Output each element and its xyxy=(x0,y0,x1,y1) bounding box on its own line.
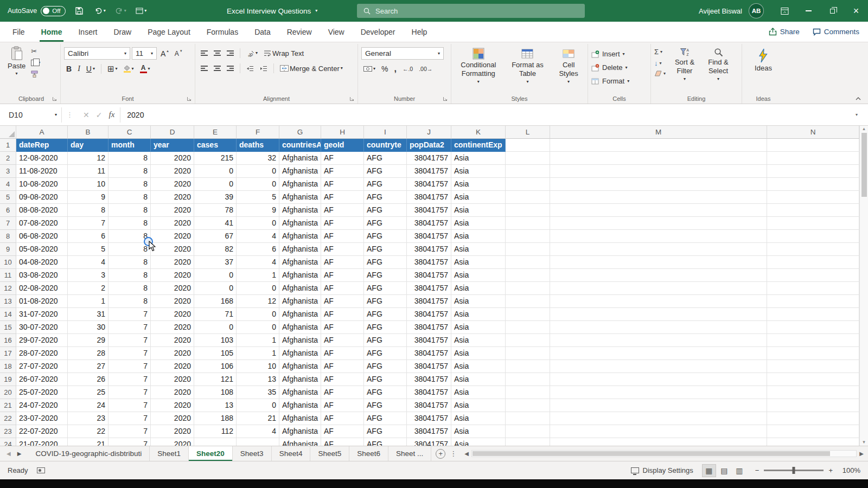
cell-C11[interactable]: 8 xyxy=(108,269,151,282)
cell-N8[interactable] xyxy=(767,230,859,243)
cell-K10[interactable]: Asia xyxy=(451,256,506,269)
cell-C20[interactable]: 7 xyxy=(108,386,151,399)
cell-M7[interactable] xyxy=(550,217,767,230)
restore-button[interactable] xyxy=(820,0,844,22)
cell-D6[interactable]: 2020 xyxy=(151,204,194,217)
cell-F8[interactable]: 4 xyxy=(237,230,279,243)
cell-M6[interactable] xyxy=(550,204,767,217)
cell-I4[interactable]: AFG xyxy=(364,178,407,191)
cell-I9[interactable]: AFG xyxy=(364,243,407,256)
cell-E21[interactable]: 13 xyxy=(194,399,237,412)
cell-D9[interactable]: 2020 xyxy=(151,243,194,256)
orientation-button[interactable]: ab▾ xyxy=(244,47,260,59)
cell-J20[interactable]: 38041757 xyxy=(407,386,451,399)
cell-G17[interactable]: Afghanista xyxy=(279,347,321,360)
cell-A4[interactable]: 10-08-2020 xyxy=(16,178,68,191)
sort-filter-button[interactable]: AZ Sort & Filter ▾ xyxy=(670,47,699,93)
cell-D14[interactable]: 2020 xyxy=(151,308,194,321)
cell-E4[interactable]: 0 xyxy=(194,178,237,191)
row-header-23[interactable]: 23 xyxy=(0,425,16,438)
cell-K24[interactable]: Asia xyxy=(451,438,506,446)
cell-E10[interactable]: 37 xyxy=(194,256,237,269)
cell-F15[interactable]: 0 xyxy=(237,321,279,334)
cell-A1[interactable]: dateRep xyxy=(16,139,68,152)
cell-N21[interactable] xyxy=(767,399,859,412)
cell-A16[interactable]: 29-07-2020 xyxy=(16,334,68,347)
cell-E15[interactable]: 0 xyxy=(194,321,237,334)
row-header-9[interactable]: 9 xyxy=(0,243,16,256)
cell-D2[interactable]: 2020 xyxy=(151,152,194,165)
cell-N19[interactable] xyxy=(767,373,859,386)
cell-I17[interactable]: AFG xyxy=(364,347,407,360)
cell-C13[interactable]: 8 xyxy=(108,295,151,308)
cell-E19[interactable]: 121 xyxy=(194,373,237,386)
cell-E14[interactable]: 71 xyxy=(194,308,237,321)
cell-B23[interactable]: 22 xyxy=(68,425,108,438)
insert-cells-button[interactable]: Insert▾ xyxy=(591,48,647,60)
cell-B1[interactable]: day xyxy=(68,139,108,152)
merge-center-button[interactable]: Merge & Center▾ xyxy=(278,62,345,74)
sheet-tab-sheet3[interactable]: Sheet3 xyxy=(233,446,272,461)
row-header-19[interactable]: 19 xyxy=(0,373,16,386)
cell-K12[interactable]: Asia xyxy=(451,282,506,295)
cell-B10[interactable]: 4 xyxy=(68,256,108,269)
cell-A11[interactable]: 03-08-2020 xyxy=(16,269,68,282)
cell-B4[interactable]: 10 xyxy=(68,178,108,191)
cell-H1[interactable]: geoId xyxy=(321,139,364,152)
cell-N6[interactable] xyxy=(767,204,859,217)
cell-K6[interactable]: Asia xyxy=(451,204,506,217)
cell-G11[interactable]: Afghanista xyxy=(279,269,321,282)
cell-B16[interactable]: 29 xyxy=(68,334,108,347)
close-button[interactable]: × xyxy=(844,0,868,22)
sheet-tab-sheet1[interactable]: Sheet1 xyxy=(150,446,189,461)
cell-K22[interactable]: Asia xyxy=(451,412,506,425)
tab-help[interactable]: Help xyxy=(404,22,436,42)
cell-C6[interactable]: 8 xyxy=(108,204,151,217)
cell-H20[interactable]: AF xyxy=(321,386,364,399)
cell-E22[interactable]: 188 xyxy=(194,412,237,425)
cell-C17[interactable]: 7 xyxy=(108,347,151,360)
fill-button[interactable]: ↓▾ xyxy=(654,59,666,67)
cell-L21[interactable] xyxy=(506,399,550,412)
cell-M2[interactable] xyxy=(550,152,767,165)
cell-I6[interactable]: AFG xyxy=(364,204,407,217)
column-header-L[interactable]: L xyxy=(506,126,550,139)
cell-F13[interactable]: 12 xyxy=(237,295,279,308)
cell-L15[interactable] xyxy=(506,321,550,334)
cell-I1[interactable]: countryte xyxy=(364,139,407,152)
cell-L12[interactable] xyxy=(506,282,550,295)
cell-A18[interactable]: 27-07-2020 xyxy=(16,360,68,373)
cell-F17[interactable]: 1 xyxy=(237,347,279,360)
cell-J13[interactable]: 38041757 xyxy=(407,295,451,308)
column-header-C[interactable]: C xyxy=(108,126,151,139)
horizontal-scrollbar[interactable]: ◀ ▶ xyxy=(460,446,868,461)
cell-M1[interactable] xyxy=(550,139,767,152)
cell-B14[interactable]: 31 xyxy=(68,308,108,321)
row-header-7[interactable]: 7 xyxy=(0,217,16,230)
cell-A8[interactable]: 06-08-2020 xyxy=(16,230,68,243)
cell-E12[interactable]: 0 xyxy=(194,282,237,295)
ideas-button[interactable]: Ideas xyxy=(752,47,774,93)
cell-N3[interactable] xyxy=(767,165,859,178)
scroll-right-icon[interactable]: ▶ xyxy=(859,451,864,457)
cell-E11[interactable]: 0 xyxy=(194,269,237,282)
cell-D18[interactable]: 2020 xyxy=(151,360,194,373)
page-layout-view-button[interactable]: ▤ xyxy=(717,464,731,477)
cell-D13[interactable]: 2020 xyxy=(151,295,194,308)
undo-button[interactable]: ▾ xyxy=(93,3,107,19)
cell-M22[interactable] xyxy=(550,412,767,425)
cell-D11[interactable]: 2020 xyxy=(151,269,194,282)
cell-L16[interactable] xyxy=(506,334,550,347)
formula-input[interactable]: 2020 xyxy=(120,107,850,123)
cell-K4[interactable]: Asia xyxy=(451,178,506,191)
autosum-button[interactable]: Σ▾ xyxy=(654,48,666,56)
zoom-level[interactable]: 100% xyxy=(838,466,860,474)
cell-A10[interactable]: 04-08-2020 xyxy=(16,256,68,269)
cell-J15[interactable]: 38041757 xyxy=(407,321,451,334)
cell-F3[interactable]: 0 xyxy=(237,165,279,178)
name-box[interactable]: D10 ▾ xyxy=(4,107,62,123)
cell-J24[interactable]: 38041757 xyxy=(407,438,451,446)
cell-B6[interactable]: 8 xyxy=(68,204,108,217)
cell-J12[interactable]: 38041757 xyxy=(407,282,451,295)
cell-D3[interactable]: 2020 xyxy=(151,165,194,178)
